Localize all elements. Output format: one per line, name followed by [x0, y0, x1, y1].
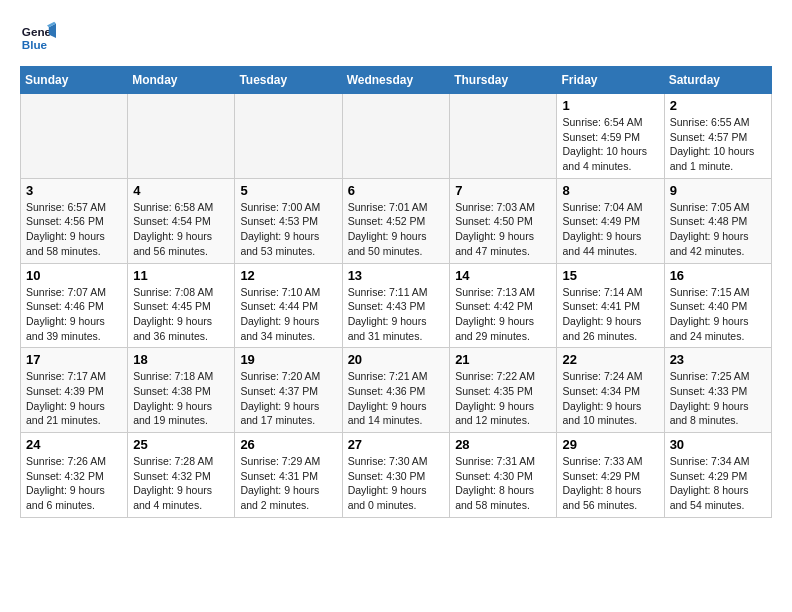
day-info: Sunrise: 7:11 AMSunset: 4:43 PMDaylight:… — [348, 285, 445, 344]
calendar-cell: 22Sunrise: 7:24 AMSunset: 4:34 PMDayligh… — [557, 348, 664, 433]
calendar-cell: 12Sunrise: 7:10 AMSunset: 4:44 PMDayligh… — [235, 263, 342, 348]
calendar-cell: 30Sunrise: 7:34 AMSunset: 4:29 PMDayligh… — [664, 433, 771, 518]
day-number: 29 — [562, 437, 658, 452]
day-info: Sunrise: 6:58 AMSunset: 4:54 PMDaylight:… — [133, 200, 229, 259]
day-info: Sunrise: 7:33 AMSunset: 4:29 PMDaylight:… — [562, 454, 658, 513]
calendar-cell: 24Sunrise: 7:26 AMSunset: 4:32 PMDayligh… — [21, 433, 128, 518]
calendar-cell: 16Sunrise: 7:15 AMSunset: 4:40 PMDayligh… — [664, 263, 771, 348]
weekday-header-monday: Monday — [128, 67, 235, 94]
weekday-header-friday: Friday — [557, 67, 664, 94]
calendar-cell: 7Sunrise: 7:03 AMSunset: 4:50 PMDaylight… — [450, 178, 557, 263]
calendar-cell: 3Sunrise: 6:57 AMSunset: 4:56 PMDaylight… — [21, 178, 128, 263]
day-number: 18 — [133, 352, 229, 367]
day-info: Sunrise: 6:55 AMSunset: 4:57 PMDaylight:… — [670, 115, 766, 174]
logo-icon: General Blue — [20, 20, 56, 56]
day-info: Sunrise: 7:18 AMSunset: 4:38 PMDaylight:… — [133, 369, 229, 428]
day-info: Sunrise: 7:21 AMSunset: 4:36 PMDaylight:… — [348, 369, 445, 428]
day-number: 3 — [26, 183, 122, 198]
calendar-cell: 9Sunrise: 7:05 AMSunset: 4:48 PMDaylight… — [664, 178, 771, 263]
day-info: Sunrise: 7:10 AMSunset: 4:44 PMDaylight:… — [240, 285, 336, 344]
day-number: 17 — [26, 352, 122, 367]
day-info: Sunrise: 6:54 AMSunset: 4:59 PMDaylight:… — [562, 115, 658, 174]
calendar-cell — [342, 94, 450, 179]
day-info: Sunrise: 7:03 AMSunset: 4:50 PMDaylight:… — [455, 200, 551, 259]
day-info: Sunrise: 7:34 AMSunset: 4:29 PMDaylight:… — [670, 454, 766, 513]
day-number: 13 — [348, 268, 445, 283]
day-number: 19 — [240, 352, 336, 367]
calendar-cell: 23Sunrise: 7:25 AMSunset: 4:33 PMDayligh… — [664, 348, 771, 433]
calendar-cell — [21, 94, 128, 179]
day-number: 4 — [133, 183, 229, 198]
day-number: 2 — [670, 98, 766, 113]
weekday-header-wednesday: Wednesday — [342, 67, 450, 94]
calendar-cell: 4Sunrise: 6:58 AMSunset: 4:54 PMDaylight… — [128, 178, 235, 263]
day-info: Sunrise: 7:01 AMSunset: 4:52 PMDaylight:… — [348, 200, 445, 259]
calendar-cell: 5Sunrise: 7:00 AMSunset: 4:53 PMDaylight… — [235, 178, 342, 263]
day-info: Sunrise: 7:04 AMSunset: 4:49 PMDaylight:… — [562, 200, 658, 259]
day-number: 7 — [455, 183, 551, 198]
page-header: General Blue — [20, 20, 772, 56]
calendar-cell — [128, 94, 235, 179]
calendar-cell: 2Sunrise: 6:55 AMSunset: 4:57 PMDaylight… — [664, 94, 771, 179]
svg-text:Blue: Blue — [22, 38, 48, 51]
day-info: Sunrise: 7:20 AMSunset: 4:37 PMDaylight:… — [240, 369, 336, 428]
day-number: 28 — [455, 437, 551, 452]
day-info: Sunrise: 7:22 AMSunset: 4:35 PMDaylight:… — [455, 369, 551, 428]
day-number: 10 — [26, 268, 122, 283]
calendar-cell: 21Sunrise: 7:22 AMSunset: 4:35 PMDayligh… — [450, 348, 557, 433]
calendar-week-3: 10Sunrise: 7:07 AMSunset: 4:46 PMDayligh… — [21, 263, 772, 348]
calendar-week-4: 17Sunrise: 7:17 AMSunset: 4:39 PMDayligh… — [21, 348, 772, 433]
calendar-cell: 11Sunrise: 7:08 AMSunset: 4:45 PMDayligh… — [128, 263, 235, 348]
day-number: 27 — [348, 437, 445, 452]
day-number: 11 — [133, 268, 229, 283]
day-info: Sunrise: 7:26 AMSunset: 4:32 PMDaylight:… — [26, 454, 122, 513]
calendar-header-row: SundayMondayTuesdayWednesdayThursdayFrid… — [21, 67, 772, 94]
day-info: Sunrise: 7:29 AMSunset: 4:31 PMDaylight:… — [240, 454, 336, 513]
day-number: 30 — [670, 437, 766, 452]
calendar-cell: 19Sunrise: 7:20 AMSunset: 4:37 PMDayligh… — [235, 348, 342, 433]
day-info: Sunrise: 7:13 AMSunset: 4:42 PMDaylight:… — [455, 285, 551, 344]
day-number: 15 — [562, 268, 658, 283]
day-info: Sunrise: 6:57 AMSunset: 4:56 PMDaylight:… — [26, 200, 122, 259]
day-number: 9 — [670, 183, 766, 198]
calendar-cell: 27Sunrise: 7:30 AMSunset: 4:30 PMDayligh… — [342, 433, 450, 518]
weekday-header-tuesday: Tuesday — [235, 67, 342, 94]
day-number: 6 — [348, 183, 445, 198]
calendar-cell: 10Sunrise: 7:07 AMSunset: 4:46 PMDayligh… — [21, 263, 128, 348]
day-number: 25 — [133, 437, 229, 452]
day-number: 21 — [455, 352, 551, 367]
weekday-header-saturday: Saturday — [664, 67, 771, 94]
day-info: Sunrise: 7:25 AMSunset: 4:33 PMDaylight:… — [670, 369, 766, 428]
calendar-cell — [235, 94, 342, 179]
day-info: Sunrise: 7:07 AMSunset: 4:46 PMDaylight:… — [26, 285, 122, 344]
day-info: Sunrise: 7:17 AMSunset: 4:39 PMDaylight:… — [26, 369, 122, 428]
calendar-week-2: 3Sunrise: 6:57 AMSunset: 4:56 PMDaylight… — [21, 178, 772, 263]
day-number: 24 — [26, 437, 122, 452]
day-number: 5 — [240, 183, 336, 198]
calendar-cell: 6Sunrise: 7:01 AMSunset: 4:52 PMDaylight… — [342, 178, 450, 263]
day-number: 14 — [455, 268, 551, 283]
weekday-header-sunday: Sunday — [21, 67, 128, 94]
day-info: Sunrise: 7:15 AMSunset: 4:40 PMDaylight:… — [670, 285, 766, 344]
calendar-cell: 15Sunrise: 7:14 AMSunset: 4:41 PMDayligh… — [557, 263, 664, 348]
day-number: 16 — [670, 268, 766, 283]
logo: General Blue — [20, 20, 60, 56]
day-info: Sunrise: 7:28 AMSunset: 4:32 PMDaylight:… — [133, 454, 229, 513]
calendar-cell: 8Sunrise: 7:04 AMSunset: 4:49 PMDaylight… — [557, 178, 664, 263]
calendar-cell: 17Sunrise: 7:17 AMSunset: 4:39 PMDayligh… — [21, 348, 128, 433]
day-info: Sunrise: 7:00 AMSunset: 4:53 PMDaylight:… — [240, 200, 336, 259]
calendar-cell: 14Sunrise: 7:13 AMSunset: 4:42 PMDayligh… — [450, 263, 557, 348]
day-info: Sunrise: 7:24 AMSunset: 4:34 PMDaylight:… — [562, 369, 658, 428]
calendar-cell — [450, 94, 557, 179]
day-info: Sunrise: 7:14 AMSunset: 4:41 PMDaylight:… — [562, 285, 658, 344]
calendar-cell: 1Sunrise: 6:54 AMSunset: 4:59 PMDaylight… — [557, 94, 664, 179]
day-number: 12 — [240, 268, 336, 283]
day-number: 22 — [562, 352, 658, 367]
calendar-week-1: 1Sunrise: 6:54 AMSunset: 4:59 PMDaylight… — [21, 94, 772, 179]
day-number: 26 — [240, 437, 336, 452]
day-info: Sunrise: 7:05 AMSunset: 4:48 PMDaylight:… — [670, 200, 766, 259]
calendar-cell: 29Sunrise: 7:33 AMSunset: 4:29 PMDayligh… — [557, 433, 664, 518]
calendar-cell: 28Sunrise: 7:31 AMSunset: 4:30 PMDayligh… — [450, 433, 557, 518]
day-info: Sunrise: 7:08 AMSunset: 4:45 PMDaylight:… — [133, 285, 229, 344]
day-number: 23 — [670, 352, 766, 367]
